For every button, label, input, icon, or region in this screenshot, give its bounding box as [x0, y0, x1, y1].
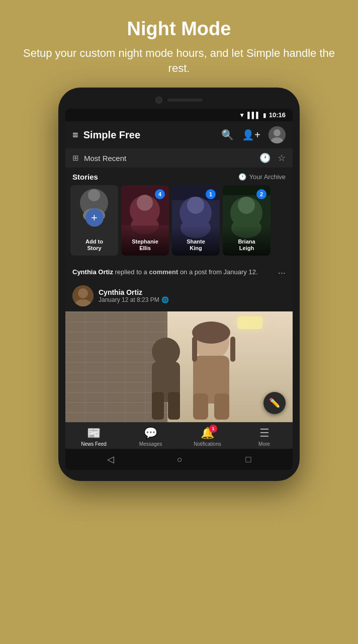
svg-point-8	[137, 195, 153, 211]
app-bar: ≡ Simple Free 🔍 👤+	[65, 121, 293, 148]
filter-actions: 🕐 ☆	[259, 152, 286, 164]
notification-badge-wrapper: 🔔 1	[201, 427, 214, 440]
recent-button[interactable]: □	[245, 454, 251, 465]
post-meta-text: Cynthia Ortiz replied to a comment on a …	[72, 268, 278, 277]
post-author-row: Cynthia Ortiz January 12 at 8:23 PM 🌐	[65, 282, 293, 311]
add-friend-icon[interactable]: 👤+	[242, 129, 260, 141]
search-icon[interactable]: 🔍	[221, 129, 234, 141]
page-header: Night Mode Setup your custom night mode …	[0, 0, 358, 88]
messages-icon: 💬	[144, 427, 157, 440]
nav-item-notifications[interactable]: 🔔 1 Notifications	[179, 427, 236, 447]
bottom-nav: 📰 News Feed 💬 Messages 🔔 1 Notifications…	[65, 422, 293, 449]
add-story-plus-icon[interactable]: +	[85, 209, 104, 227]
archive-label: Your Archive	[249, 173, 286, 181]
globe-icon: 🌐	[161, 296, 169, 303]
hamburger-icon[interactable]: ≡	[72, 129, 78, 141]
add-story-label: Add to Story	[70, 238, 118, 252]
phone-shell: ▼ ▌▌▌ ▮ 10:16 ≡ Simple Free 🔍 👤+	[58, 88, 300, 481]
more-icon: ☰	[259, 427, 270, 440]
svg-point-14	[187, 197, 204, 214]
svg-rect-31	[214, 393, 229, 420]
status-time: 10:16	[269, 111, 286, 119]
stories-header: Stories 🕐 Your Archive	[65, 168, 293, 185]
svg-rect-26	[152, 392, 164, 420]
filter-label[interactable]: Most Recent	[84, 154, 254, 163]
author-name: Cynthia Ortiz	[99, 288, 169, 296]
svg-point-24	[152, 338, 180, 366]
status-bar: ▼ ▌▌▌ ▮ 10:16	[65, 109, 293, 121]
commenter-name: Cynthia Ortiz	[72, 268, 113, 276]
add-story-card[interactable]: + Add to Story	[70, 185, 118, 256]
svg-point-1	[274, 129, 281, 136]
archive-icon: 🕐	[238, 173, 246, 181]
messages-label: Messages	[139, 441, 162, 447]
phone-speaker	[167, 99, 203, 102]
notifications-label: Notifications	[194, 441, 221, 447]
story-card-stephanie[interactable]: 4 StephanieEllis	[121, 185, 169, 256]
newsfeed-label: News Feed	[81, 441, 107, 447]
more-label: More	[258, 441, 270, 447]
page-subtitle: Setup your custom night mode hours, and …	[20, 46, 338, 75]
wifi-icon: ▼	[239, 112, 245, 119]
filter-icon: ⊞	[72, 153, 79, 163]
battery-icon: ▮	[263, 112, 266, 119]
story-name-stephanie: StephanieEllis	[121, 238, 169, 252]
svg-point-22	[78, 288, 88, 298]
nav-item-newsfeed[interactable]: 📰 News Feed	[65, 427, 122, 447]
profile-avatar[interactable]	[268, 126, 286, 143]
story-name-shante: ShanteKing	[172, 238, 220, 252]
phone-screen: ▼ ▌▌▌ ▮ 10:16 ≡ Simple Free 🔍 👤+	[65, 109, 293, 470]
filter-bar: ⊞ Most Recent 🕐 ☆	[65, 148, 293, 168]
svg-rect-27	[168, 392, 180, 420]
author-info: Cynthia Ortiz January 12 at 8:23 PM 🌐	[99, 288, 169, 303]
author-date: January 12 at 8:23 PM 🌐	[99, 296, 169, 303]
svg-rect-33	[192, 337, 197, 362]
notification-badge: 1	[209, 425, 217, 433]
newsfeed-icon: 📰	[87, 427, 101, 440]
star-icon[interactable]: ☆	[278, 152, 286, 164]
nav-item-more[interactable]: ☰ More	[236, 427, 293, 447]
story-card-shante[interactable]: 1 ShanteKing	[172, 185, 220, 256]
svg-rect-30	[193, 393, 208, 420]
post-image: ✏️	[65, 311, 293, 422]
post-header: Cynthia Ortiz replied to a comment on a …	[65, 262, 293, 282]
app-title: Simple Free	[83, 129, 217, 141]
signal-icon: ▌▌▌	[247, 112, 260, 119]
svg-point-19	[238, 197, 255, 214]
stories-row: + Add to Story	[65, 185, 293, 262]
system-nav: ◁ ○ □	[65, 449, 293, 470]
stories-label: Stories	[72, 173, 98, 181]
story-name-briana: BrianaLeigh	[223, 238, 271, 252]
status-icons: ▼ ▌▌▌ ▮ 10:16	[239, 111, 286, 119]
edit-icon: ✏️	[269, 397, 280, 409]
phone-top-bar	[65, 97, 293, 104]
app-bar-icons: 🔍 👤+	[221, 126, 286, 143]
story-card-briana[interactable]: 2 BrianaLeigh	[223, 185, 271, 256]
page-title: Night Mode	[20, 18, 338, 40]
home-button[interactable]: ○	[177, 454, 183, 465]
archive-button[interactable]: 🕐 Your Archive	[238, 173, 286, 181]
back-button[interactable]: ◁	[107, 454, 114, 465]
nav-item-messages[interactable]: 💬 Messages	[122, 427, 179, 447]
phone-camera	[155, 97, 162, 104]
clock-icon[interactable]: 🕐	[259, 152, 271, 164]
svg-point-32	[192, 321, 230, 344]
comment-word: comment	[149, 268, 178, 276]
svg-point-4	[88, 189, 100, 201]
author-avatar	[72, 285, 94, 306]
post-more-icon[interactable]: ···	[278, 268, 286, 278]
svg-rect-34	[230, 337, 235, 362]
